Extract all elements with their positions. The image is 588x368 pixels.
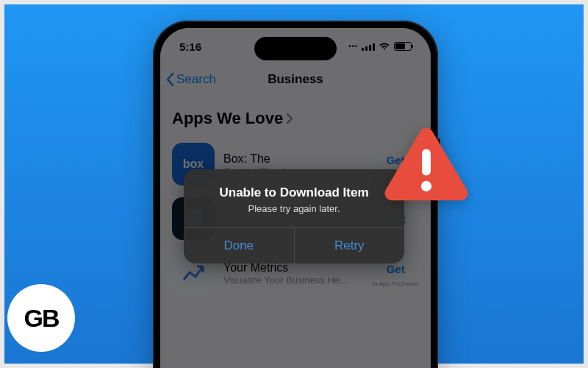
warning-triangle-icon — [382, 124, 470, 205]
svg-point-1 — [421, 181, 431, 191]
done-button[interactable]: Done — [184, 228, 294, 263]
brand-logo-text: GB — [24, 304, 59, 333]
svg-rect-0 — [422, 149, 431, 176]
alert-title: Unable to Download Item — [196, 185, 392, 200]
brand-logo: GB — [7, 284, 75, 352]
retry-button[interactable]: Retry — [294, 228, 405, 263]
alert-dialog: Unable to Download Item Please try again… — [184, 169, 404, 263]
dynamic-island — [254, 37, 337, 60]
alert-message: Please try again later. — [196, 203, 392, 214]
